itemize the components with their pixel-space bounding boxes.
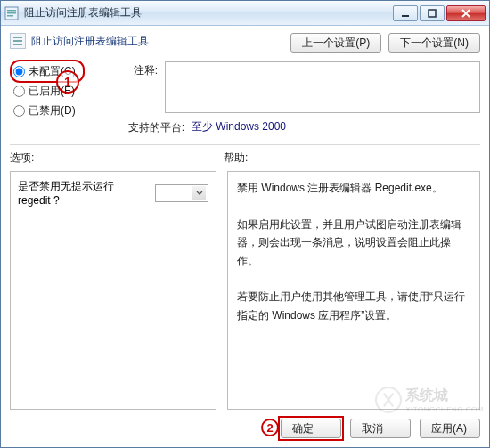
titlebar[interactable]: 阻止访问注册表编辑工具 (1, 1, 489, 26)
client-area: 阻止访问注册表编辑工具 上一个设置(P) 下一个设置(N) 未配置(C) 1 已… (1, 26, 489, 447)
svg-rect-1 (7, 10, 16, 12)
mid-column: 注释: 支持的平台: 至少 Windows 2000 (108, 61, 480, 135)
section-labels: 选项: 帮助: (10, 151, 480, 166)
options-label: 选项: (10, 151, 224, 166)
radio-disabled-input[interactable] (13, 105, 25, 117)
radio-not-configured-label: 未配置(C) (29, 64, 76, 79)
help-panel[interactable]: 禁用 Windows 注册表编辑器 Regedit.exe。 如果启用此设置，并… (227, 171, 480, 410)
option-text: 是否禁用无提示运行 regedit ? (18, 179, 150, 207)
option-combo[interactable] (155, 184, 208, 202)
options-panel: 是否禁用无提示运行 regedit ? (10, 171, 216, 410)
divider (10, 144, 480, 145)
lower-section: 是否禁用无提示运行 regedit ? 禁用 Windows 注册表编辑器 Re… (10, 171, 480, 410)
annotation-2: 2 (261, 419, 279, 436)
ok-button[interactable]: 确定 (281, 419, 341, 438)
app-icon (4, 6, 19, 20)
radio-enabled-label: 已启用(E) (29, 84, 75, 99)
window: 阻止访问注册表编辑工具 阻止访问注册表编辑工具 上一个设置(P) 下一个设置(N… (0, 0, 490, 448)
radio-not-configured[interactable]: 未配置(C) (13, 61, 108, 81)
policy-icon (10, 33, 26, 49)
window-controls (393, 5, 486, 21)
option-row: 是否禁用无提示运行 regedit ? (18, 179, 208, 207)
comment-label: 注释: (108, 61, 158, 113)
apply-button[interactable]: 应用(A) (420, 419, 480, 438)
comment-input[interactable] (165, 61, 480, 113)
minimize-button[interactable] (393, 5, 418, 21)
chevron-down-icon (192, 186, 206, 200)
svg-rect-3 (7, 15, 13, 17)
platform-value: 至少 Windows 2000 (192, 119, 480, 134)
svg-rect-5 (429, 10, 436, 17)
page-title: 阻止访问注册表编辑工具 (31, 34, 149, 49)
next-setting-button[interactable]: 下一个设置(N) (388, 33, 480, 53)
help-label: 帮助: (224, 151, 480, 166)
radio-enabled[interactable]: 已启用(E) (13, 81, 108, 101)
maximize-button[interactable] (420, 5, 445, 21)
comment-row: 注释: (108, 61, 480, 113)
svg-rect-4 (402, 15, 409, 17)
platform-row: 支持的平台: 至少 Windows 2000 (108, 118, 480, 135)
footer: 2 确定 取消 应用(A) (10, 419, 480, 438)
window-title: 阻止访问注册表编辑工具 (24, 5, 393, 20)
radio-group: 未配置(C) 1 已启用(E) 已禁用(D) (10, 61, 108, 135)
radio-not-configured-input[interactable] (13, 66, 25, 77)
previous-setting-button[interactable]: 上一个设置(P) (290, 33, 381, 53)
ok-highlight: 2 确定 (281, 419, 341, 438)
radio-enabled-input[interactable] (13, 86, 25, 97)
radio-disabled[interactable]: 已禁用(D) (13, 101, 108, 120)
radio-disabled-label: 已禁用(D) (29, 103, 76, 118)
svg-rect-2 (7, 12, 16, 14)
platform-label: 支持的平台: (108, 118, 184, 135)
upper-section: 未配置(C) 1 已启用(E) 已禁用(D) 注释: 支持的平台 (10, 61, 480, 135)
header-row: 阻止访问注册表编辑工具 上一个设置(P) 下一个设置(N) (10, 33, 480, 53)
close-button[interactable] (446, 5, 486, 21)
cancel-button[interactable]: 取消 (350, 419, 411, 438)
